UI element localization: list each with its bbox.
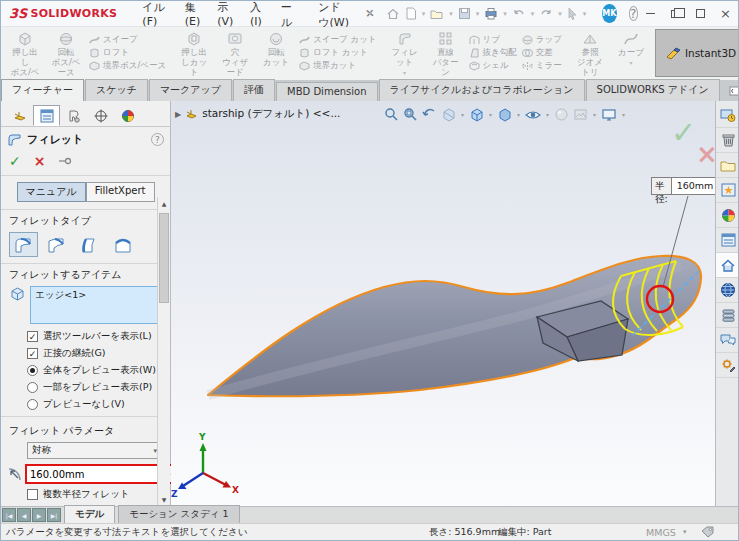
toolbox-settings-button[interactable] <box>716 353 739 378</box>
motion-study-tab[interactable]: モーション スタディ 1 <box>118 505 239 523</box>
ribbon-reference-geometry-button[interactable]: 参照 ジオメトリ ▾ <box>570 29 610 77</box>
partial-preview-radio[interactable]: 一部をプレビュー表示(P) <box>1 379 170 396</box>
hide-show-items-button[interactable] <box>524 107 542 123</box>
full-preview-radio[interactable]: 全体をプレビュー表示(W) <box>1 362 170 379</box>
first-tab-button[interactable]: |◀ <box>2 508 16 522</box>
tab-markup[interactable]: マークアップ <box>149 79 232 101</box>
maximize-button[interactable] <box>688 3 713 25</box>
symmetric-dropdown[interactable]: 対称 ▾ <box>27 442 162 459</box>
display-style-caret-icon[interactable]: ▾ <box>517 111 520 118</box>
variable-size-fillet-button[interactable] <box>42 232 71 257</box>
home-button-taskpane[interactable] <box>716 253 739 278</box>
full-round-fillet-button[interactable] <box>108 232 137 257</box>
tab-evaluate[interactable]: 評価 <box>233 79 275 101</box>
next-tab-button[interactable]: ▶ <box>32 508 46 522</box>
save-button[interactable] <box>456 5 473 22</box>
tab-solidworks-addins[interactable]: SOLIDWORKS アドイン <box>586 79 720 101</box>
feature-manager-tab[interactable] <box>6 105 33 126</box>
view-orientation-button[interactable] <box>468 106 485 123</box>
minimize-button[interactable] <box>638 3 663 25</box>
radius-callout[interactable]: 半径: 160mm <box>651 177 715 195</box>
curves-caret-icon[interactable]: ▾ <box>629 59 632 66</box>
appearances-scenes-button[interactable] <box>716 203 739 228</box>
pdm-vault-button[interactable] <box>716 303 739 328</box>
undo-button[interactable] <box>510 6 528 22</box>
manual-mode-button[interactable]: マニュアル <box>17 182 86 202</box>
panel-help-icon[interactable]: ? <box>151 133 164 146</box>
model-tab[interactable]: モデル <box>64 505 115 523</box>
view-settings-caret-icon[interactable]: ▾ <box>622 111 625 118</box>
confirm-ok-button[interactable]: ✓ <box>671 115 696 150</box>
view-palette-button[interactable] <box>716 178 739 203</box>
save-caret-icon[interactable]: ▾ <box>476 10 480 18</box>
ribbon-intersect-button[interactable]: 交差 <box>522 47 562 59</box>
cancel-button[interactable]: × <box>34 153 46 169</box>
hide-show-caret-icon[interactable]: ▾ <box>546 111 549 118</box>
graphics-viewport[interactable]: Y X Z ▶ starship (デフォルト) <<... ▾ ▾ <box>171 101 715 506</box>
ribbon-lofted-cut-button[interactable]: ロフト カット <box>299 47 376 59</box>
ribbon-sweep-button[interactable]: スイープ <box>89 34 166 46</box>
prev-tab-button[interactable]: ◀ <box>17 508 31 522</box>
multiple-radius-checkbox[interactable]: 複数半径フィレット <box>1 486 170 503</box>
open-file-caret-icon[interactable]: ▾ <box>449 10 453 18</box>
display-style-button[interactable] <box>496 106 513 123</box>
ribbon-extruded-cut-button[interactable]: 押し出 しカット <box>174 29 214 77</box>
select-caret-icon[interactable]: ▾ <box>583 10 587 18</box>
keep-visible-pin-icon[interactable] <box>58 155 72 167</box>
ribbon-boundary-boss-button[interactable]: 境界ボス/ベース <box>89 60 166 72</box>
ribbon-revolved-boss-button[interactable]: 回転 ボス/ベース <box>46 29 86 77</box>
tab-lifecycle-collaboration[interactable]: ライフサイクルおよびコラボレーション <box>379 79 585 101</box>
scroll-thumb[interactable] <box>159 213 169 303</box>
forum-button[interactable] <box>716 328 739 353</box>
design-library-button[interactable] <box>716 128 739 153</box>
confirm-cancel-button[interactable]: × <box>696 139 715 169</box>
fillet-caret-icon[interactable]: ▾ <box>403 69 406 76</box>
tag-icon[interactable] <box>701 526 714 538</box>
tab-mbd-dimension[interactable]: MBD Dimension <box>276 82 378 101</box>
dock-pane-left-icon[interactable] <box>727 84 739 98</box>
open-file-button[interactable] <box>428 6 446 22</box>
fillet-type-header[interactable]: フィレットタイプ ∧ <box>1 210 170 230</box>
ribbon-hole-wizard-button[interactable]: 穴 ウィザード ▾ <box>215 29 255 77</box>
display-manager-tab[interactable] <box>114 105 141 126</box>
view-orientation-caret-icon[interactable]: ▾ <box>489 111 492 118</box>
select-arrow-button[interactable] <box>565 5 580 22</box>
ribbon-swept-cut-button[interactable]: スイープ カット <box>299 34 376 46</box>
configuration-manager-tab[interactable] <box>60 105 87 126</box>
constant-size-fillet-button[interactable] <box>9 232 38 257</box>
redo-button[interactable] <box>537 6 555 22</box>
ribbon-mirror-button[interactable]: ミラー <box>522 60 562 72</box>
print-button[interactable] <box>482 5 500 22</box>
user-avatar[interactable]: MK <box>602 4 616 23</box>
ribbon-shell-button[interactable]: シェル <box>469 60 517 72</box>
print-caret-icon[interactable]: ▾ <box>503 10 507 18</box>
3d-content-central-button[interactable] <box>716 278 739 303</box>
view-settings-button[interactable] <box>600 107 618 123</box>
home-button[interactable] <box>384 5 402 23</box>
ribbon-draft-button[interactable]: 抜き勾配 <box>469 47 517 59</box>
no-preview-radio[interactable]: プレビューなし(V) <box>1 396 170 413</box>
custom-properties-button[interactable] <box>716 228 739 253</box>
help-icon[interactable]: ? <box>629 6 638 21</box>
fillet-parameters-header[interactable]: フィレット パラメータ ∧ <box>1 420 170 440</box>
ribbon-rib-button[interactable]: リブ <box>469 34 517 46</box>
menubar-pin-icon[interactable]: ✛ <box>361 6 376 22</box>
zoom-to-area-button[interactable] <box>402 106 419 123</box>
ribbon-extruded-boss-button[interactable]: 押し出し ボス/ベース <box>5 29 45 77</box>
new-file-caret-icon[interactable]: ▾ <box>422 10 426 18</box>
close-button[interactable]: × <box>713 3 738 25</box>
ribbon-fillet-button[interactable]: フィレット ▾ <box>385 29 425 77</box>
tree-expand-icon[interactable]: ▶ <box>175 110 181 119</box>
section-caret-icon[interactable]: ▾ <box>461 111 464 118</box>
undo-caret-icon[interactable]: ▾ <box>531 10 535 18</box>
section-view-button[interactable] <box>440 106 457 123</box>
ribbon-linear-pattern-button[interactable]: 直線 パターン ▾ <box>426 29 466 77</box>
tab-sketch[interactable]: スケッチ <box>85 79 148 101</box>
flyout-feature-tree[interactable]: ▶ starship (デフォルト) <<... <box>175 107 340 121</box>
zoom-to-fit-button[interactable] <box>383 106 400 123</box>
edit-appearance-button[interactable] <box>553 106 570 123</box>
units-caret-icon[interactable]: ▾ <box>683 528 687 536</box>
tangent-propagation-checkbox[interactable]: ✓ 正接の継続(G) <box>1 345 170 362</box>
callout-value-field[interactable]: 160mm <box>671 178 715 194</box>
ribbon-boundary-cut-button[interactable]: 境界カット <box>299 60 376 72</box>
